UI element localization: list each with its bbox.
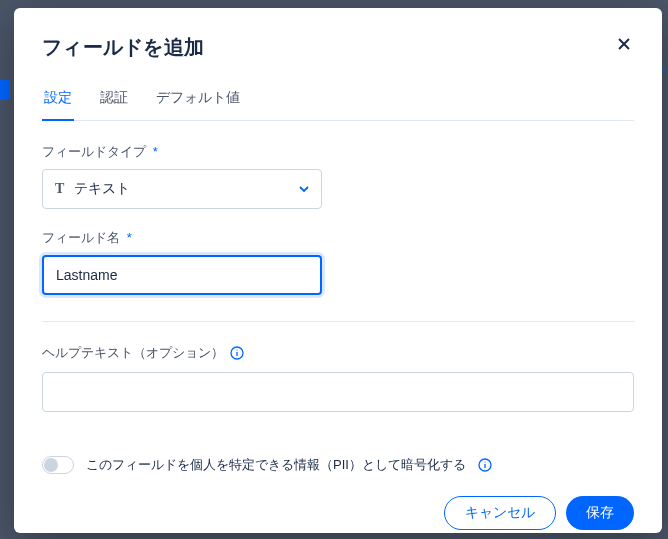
save-button[interactable]: 保存 xyxy=(566,496,634,530)
pii-toggle-row: このフィールドを個人を特定できる情報（PII）として暗号化する xyxy=(42,456,634,474)
cancel-button[interactable]: キャンセル xyxy=(444,496,556,530)
toggle-knob xyxy=(44,458,58,472)
required-mark: * xyxy=(153,144,158,159)
pii-toggle[interactable] xyxy=(42,456,74,474)
modal-title: フィールドを追加 xyxy=(42,34,204,61)
help-text-group: ヘルプテキスト（オプション） xyxy=(42,344,634,412)
field-type-select[interactable]: T テキスト xyxy=(42,169,322,209)
help-text-input[interactable] xyxy=(42,372,634,412)
help-text-label: ヘルプテキスト（オプション） xyxy=(42,344,224,362)
tabs: 設定 認証 デフォルト値 xyxy=(42,79,634,121)
field-type-value: テキスト xyxy=(74,180,130,198)
tab-auth[interactable]: 認証 xyxy=(98,79,130,121)
svg-point-4 xyxy=(236,349,237,350)
info-icon[interactable] xyxy=(478,458,492,472)
field-name-input[interactable] xyxy=(42,255,322,295)
required-mark: * xyxy=(127,230,132,245)
field-name-group: フィールド名 * xyxy=(42,229,634,295)
add-field-modal: フィールドを追加 設定 認証 デフォルト値 フィールドタイプ * T テキスト xyxy=(14,8,662,533)
pii-toggle-label: このフィールドを個人を特定できる情報（PII）として暗号化する xyxy=(86,456,466,474)
divider xyxy=(42,321,634,322)
svg-point-7 xyxy=(484,461,485,462)
text-type-icon: T xyxy=(55,181,64,197)
chevron-down-icon xyxy=(298,183,310,195)
tab-settings[interactable]: 設定 xyxy=(42,79,74,121)
close-button[interactable] xyxy=(614,34,634,54)
modal-header: フィールドを追加 xyxy=(42,34,634,61)
info-icon[interactable] xyxy=(230,346,244,360)
field-type-group: フィールドタイプ * T テキスト xyxy=(42,143,634,209)
tab-default-value[interactable]: デフォルト値 xyxy=(154,79,242,121)
modal-footer: キャンセル 保存 xyxy=(42,496,634,530)
field-name-label: フィールド名 * xyxy=(42,229,634,247)
close-icon xyxy=(616,36,632,52)
field-type-label: フィールドタイプ * xyxy=(42,143,634,161)
